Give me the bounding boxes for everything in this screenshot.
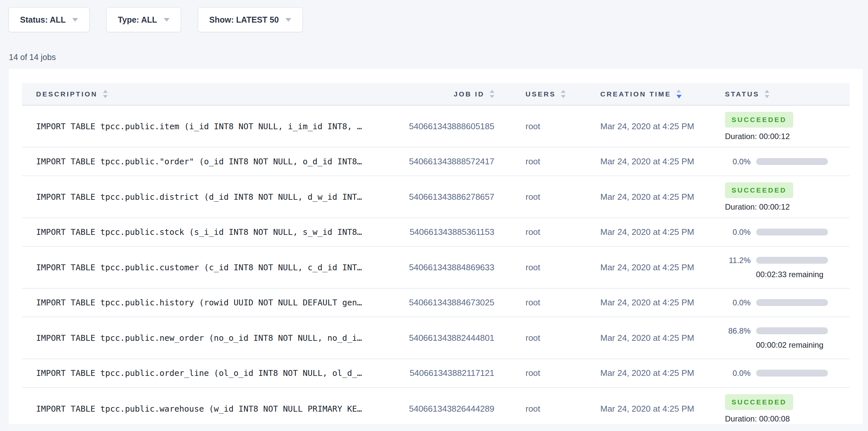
job-user: root	[526, 298, 540, 308]
column-header-description[interactable]: DESCRIPTION	[22, 90, 403, 98]
job-id-cell: 540661343884869633	[403, 263, 494, 273]
job-description: IMPORT TABLE tpcc.public."order" (o_id I…	[36, 157, 362, 166]
jobs-table-card: DESCRIPTION JOB ID USERS	[9, 69, 863, 424]
show-filter-dropdown[interactable]: Show: LATEST 50	[198, 7, 303, 32]
progress-remaining: 00:00:02 remaining	[725, 340, 827, 350]
progress-bar	[756, 370, 828, 376]
sort-asc-icon	[561, 90, 565, 93]
job-user: root	[526, 368, 540, 378]
job-creation-time-cell: Mar 24, 2020 at 4:25 PM	[587, 333, 715, 343]
job-user: root	[526, 333, 540, 343]
column-header-status[interactable]: STATUS	[715, 90, 849, 98]
status-filter-label: Status: ALL	[20, 15, 66, 25]
job-creation-time: Mar 24, 2020 at 4:25 PM	[600, 333, 694, 343]
progress-bar	[756, 327, 828, 334]
progress-remaining: 00:02:33 remaining	[725, 270, 827, 279]
sort-asc-icon	[676, 90, 681, 92]
show-filter-label: Show: LATEST 50	[209, 15, 279, 25]
progress-bar	[756, 158, 828, 165]
sort-icons	[676, 90, 682, 98]
job-creation-time: Mar 24, 2020 at 4:25 PM	[600, 156, 694, 166]
job-user-cell: root	[494, 192, 587, 202]
job-description: IMPORT TABLE tpcc.public.item (i_id INT8…	[36, 122, 362, 131]
job-user-cell: root	[494, 404, 587, 414]
status-filter-dropdown[interactable]: Status: ALL	[8, 7, 90, 32]
job-id-cell: 540661343826444289	[403, 404, 494, 414]
progress-percent: 11.2%	[725, 256, 750, 265]
progress-percent: 0.0%	[725, 157, 750, 166]
type-filter-dropdown[interactable]: Type: ALL	[106, 7, 181, 32]
job-user-cell: root	[494, 298, 587, 308]
job-creation-time-cell: Mar 24, 2020 at 4:25 PM	[587, 368, 715, 378]
filter-bar: Status: ALL Type: ALL Show: LATEST 50	[0, 0, 868, 32]
status-progress: 86.8% 00:00:02 remaining	[725, 326, 828, 350]
status-succeeded: SUCCEEDED Duration: 00:00:08	[725, 394, 793, 424]
job-id: 540661343884869633	[409, 263, 494, 273]
job-user: root	[526, 192, 540, 202]
status-succeeded: SUCCEEDED Duration: 00:00:12	[725, 112, 793, 141]
progress-percent: 0.0%	[725, 228, 750, 237]
progress-bar	[756, 299, 828, 306]
sort-desc-icon	[561, 95, 565, 98]
job-creation-time: Mar 24, 2020 at 4:25 PM	[600, 368, 694, 378]
progress-line: 0.0%	[725, 228, 828, 237]
job-user-cell: root	[494, 333, 587, 343]
table-row: IMPORT TABLE tpcc.public.customer (c_id …	[22, 247, 849, 289]
job-description: IMPORT TABLE tpcc.public.warehouse (w_id…	[36, 404, 362, 413]
job-id: 540661343886278657	[409, 192, 494, 202]
job-id: 540661343884673025	[409, 298, 494, 308]
job-description: IMPORT TABLE tpcc.public.stock (s_i_id I…	[36, 227, 362, 237]
job-id-cell: 540661343886278657	[403, 192, 494, 202]
job-status-cell: 0.0%	[715, 157, 849, 166]
job-status-cell: SUCCEEDED Duration: 00:00:08	[715, 394, 849, 424]
job-creation-time: Mar 24, 2020 at 4:25 PM	[600, 404, 694, 414]
status-progress: 0.0%	[725, 157, 828, 166]
table-row: IMPORT TABLE tpcc.public.stock (s_i_id I…	[22, 218, 849, 247]
status-duration: Duration: 00:00:12	[725, 203, 793, 212]
table-header-row: DESCRIPTION JOB ID USERS	[22, 83, 849, 105]
sort-desc-icon	[490, 95, 494, 98]
status-progress: 0.0%	[725, 298, 828, 307]
job-creation-time: Mar 24, 2020 at 4:25 PM	[600, 192, 694, 202]
column-header-job-id[interactable]: JOB ID	[403, 90, 494, 98]
job-user: root	[526, 121, 540, 131]
job-creation-time-cell: Mar 24, 2020 at 4:25 PM	[587, 263, 715, 273]
job-id: 540661343826444289	[409, 404, 494, 414]
status-progress: 0.0%	[725, 228, 828, 237]
job-user: root	[526, 156, 540, 166]
job-user-cell: root	[494, 368, 587, 378]
job-description: IMPORT TABLE tpcc.public.order_line (ol_…	[36, 368, 362, 378]
job-id: 540661343888572417	[409, 156, 494, 166]
column-header-label: USERS	[526, 90, 556, 98]
job-status-cell: 0.0%	[715, 369, 849, 378]
job-description-cell: IMPORT TABLE tpcc.public.new_order (no_o…	[22, 333, 403, 343]
progress-percent: 0.0%	[725, 298, 750, 307]
progress-percent: 0.0%	[725, 369, 750, 378]
column-header-creation-time[interactable]: CREATION TIME	[587, 90, 715, 98]
progress-line: 86.8%	[725, 326, 828, 336]
job-creation-time-cell: Mar 24, 2020 at 4:25 PM	[587, 156, 715, 166]
sort-icons	[765, 90, 769, 98]
job-user: root	[526, 404, 540, 414]
job-id-cell: 540661343884673025	[403, 298, 494, 308]
job-description: IMPORT TABLE tpcc.public.history (rowid …	[36, 298, 362, 307]
job-user: root	[526, 263, 540, 273]
sort-asc-icon	[490, 90, 494, 93]
job-status-cell: SUCCEEDED Duration: 00:00:12	[715, 112, 849, 141]
job-id-cell: 540661343882117121	[403, 368, 494, 378]
job-creation-time: Mar 24, 2020 at 4:25 PM	[600, 263, 694, 273]
job-description-cell: IMPORT TABLE tpcc.public.stock (s_i_id I…	[22, 227, 403, 237]
job-description-cell: IMPORT TABLE tpcc.public.district (d_id …	[22, 192, 403, 202]
jobs-count-summary: 14 of 14 jobs	[9, 53, 868, 62]
job-creation-time: Mar 24, 2020 at 4:25 PM	[600, 298, 694, 308]
job-description: IMPORT TABLE tpcc.public.customer (c_id …	[36, 263, 362, 272]
progress-percent: 86.8%	[725, 326, 750, 336]
progress-bar	[756, 228, 828, 236]
job-id-cell: 540661343885361153	[403, 227, 494, 237]
progress-line: 0.0%	[725, 369, 828, 378]
job-description-cell: IMPORT TABLE tpcc.public.item (i_id INT8…	[22, 122, 403, 131]
sort-icons	[490, 90, 494, 98]
table-row: IMPORT TABLE tpcc.public.order_line (ol_…	[22, 359, 849, 388]
table-row: IMPORT TABLE tpcc.public.district (d_id …	[22, 176, 849, 218]
column-header-users[interactable]: USERS	[494, 90, 587, 98]
